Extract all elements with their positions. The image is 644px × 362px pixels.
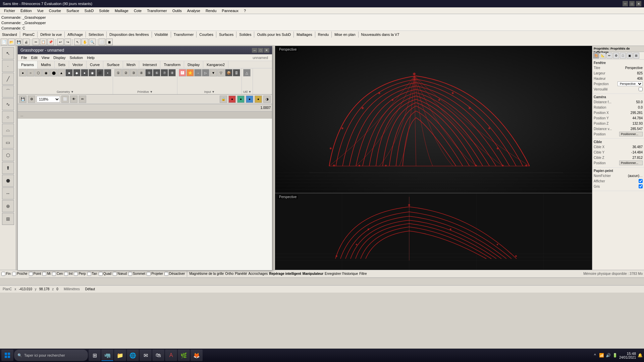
gh-tab-kangaroo[interactable]: Kangaroo2 xyxy=(203,61,228,68)
gh-menu-display[interactable]: Display xyxy=(51,54,67,61)
ribbon-icon-i1[interactable]: 🅿 xyxy=(179,69,186,76)
menu-item-analyse[interactable]: Analyse xyxy=(184,7,203,14)
toolbar-select[interactable]: ↖ xyxy=(74,39,81,45)
menu-item-cote[interactable]: Cote xyxy=(131,7,144,14)
snap-point-check[interactable] xyxy=(29,272,33,276)
coord-default[interactable]: Défaut xyxy=(85,287,95,291)
gh-tab-maths[interactable]: Maths xyxy=(38,61,55,68)
gh-menu-help[interactable]: Help xyxy=(85,54,97,61)
sidebar-dim[interactable]: ↔ xyxy=(2,187,14,199)
statusbar-filtre[interactable]: Filtre xyxy=(359,272,367,276)
menu-item-outils[interactable]: Outils xyxy=(170,7,184,14)
sidebar-circle[interactable]: ○ xyxy=(2,111,14,123)
gh-pencil-btn[interactable]: ✏ xyxy=(79,96,86,103)
gh-menu-edit[interactable]: Edit xyxy=(29,54,40,61)
tray-notification[interactable]: 🔔 xyxy=(637,353,643,358)
toolbar-save[interactable]: 💾 xyxy=(15,39,22,45)
taskbar-app-firefox[interactable]: 🦊 xyxy=(191,350,203,361)
snap-desactiver-check[interactable] xyxy=(164,272,168,276)
gh-tab-mesh[interactable]: Mesh xyxy=(123,61,139,68)
tray-volume[interactable]: 🔊 xyxy=(606,353,611,358)
ribbon-icon-g7[interactable]: ■ xyxy=(65,69,73,76)
gh-fit-btn[interactable]: ⬜ xyxy=(61,96,69,103)
ribbon-icon-g3[interactable]: ⬡ xyxy=(35,69,42,76)
statusbar-enregistrer[interactable]: Enregistrer l'historique xyxy=(325,272,358,276)
ribbon-icon-i3[interactable]: → xyxy=(194,69,202,76)
toolbar-pan[interactable]: ✋ xyxy=(82,39,88,45)
ribbon-icon-g1[interactable]: ● xyxy=(19,69,26,76)
sidebar-surface[interactable]: ⬡ xyxy=(2,149,14,161)
snap-noeud-check[interactable] xyxy=(113,272,117,276)
tray-up-arrow[interactable]: ^ xyxy=(592,353,598,358)
menu-item-maillage[interactable]: Maillage xyxy=(112,7,131,14)
toolbar-cut[interactable]: ✂ xyxy=(33,39,39,45)
toolbar-print[interactable]: 🖨 xyxy=(23,39,30,45)
props-icon-4[interactable]: ⚙ xyxy=(613,53,619,59)
props-gris-checkbox[interactable] xyxy=(639,184,643,188)
menu-item-courbe[interactable]: Courbe xyxy=(46,7,64,14)
statusbar-accrochages[interactable]: Accrochages xyxy=(248,272,268,276)
statusbar-ortho[interactable]: Ortho xyxy=(225,272,233,276)
menu-item-solide[interactable]: Solide xyxy=(96,7,112,14)
rhino-perspective-viewport[interactable]: Perspective xyxy=(275,46,597,193)
toolbar-copy[interactable]: 📋 xyxy=(40,39,47,45)
snap-perp-check[interactable] xyxy=(74,272,78,276)
sidebar-curve[interactable]: ∿ xyxy=(2,98,14,110)
props-icon-5[interactable]: □ xyxy=(620,53,626,59)
props-nomfichier-dots[interactable]: … xyxy=(639,174,643,178)
taskbar-app-mail[interactable]: ✉ xyxy=(140,350,152,361)
gh-red-btn[interactable]: ● xyxy=(228,96,236,103)
gh-menu-view[interactable]: View xyxy=(40,54,52,61)
snap-tan-check[interactable] xyxy=(87,272,91,276)
menu-item-?[interactable]: ? xyxy=(241,7,249,14)
gh-collapse-btn[interactable]: ... xyxy=(18,113,26,117)
gh-zoom-select[interactable]: 118% 100% 75% 50% xyxy=(37,96,60,103)
gh-tab-sets[interactable]: Sets xyxy=(55,61,69,68)
ribbon-icon-g2[interactable]: ○ xyxy=(27,69,34,76)
snap-sommet-check[interactable] xyxy=(128,272,132,276)
sidebar-point[interactable]: · xyxy=(2,60,14,72)
sidebar-grid[interactable]: ⊞ xyxy=(2,213,14,225)
ribbon-icon-p7[interactable]: ⑦ xyxy=(161,69,168,76)
sidebar-select[interactable]: ↖ xyxy=(2,47,14,59)
menu-item-édition[interactable]: Édition xyxy=(18,7,35,14)
rhino-ortho-viewport[interactable]: Perspective xyxy=(275,193,597,270)
taskbar-app-edge[interactable]: 🌐 xyxy=(127,350,139,361)
minimize-button[interactable]: ─ xyxy=(623,1,628,6)
snap-mi-check[interactable] xyxy=(42,272,46,276)
sidebar-extrude[interactable]: ⬆ xyxy=(2,162,14,174)
ribbon-icon-i4[interactable]: ▷ xyxy=(202,69,209,76)
gh-menu-solution[interactable]: Solution xyxy=(67,54,85,61)
gh-minimize[interactable]: ─ xyxy=(252,48,257,53)
close-button[interactable]: ✕ xyxy=(636,1,641,6)
props-icon-7[interactable]: ⊞ xyxy=(633,53,639,59)
menu-item-fichier[interactable]: Fichier xyxy=(1,7,18,14)
statusbar-reperage[interactable]: Repérage intelligent xyxy=(269,272,301,276)
gh-tab-display[interactable]: Display xyxy=(184,61,203,68)
gh-tab-curve[interactable]: Curve xyxy=(87,61,103,68)
statusbar-planarity[interactable]: Planéité xyxy=(235,272,247,276)
gh-blue-btn[interactable]: ● xyxy=(246,96,253,103)
menu-item-vue[interactable]: Vue xyxy=(35,7,46,14)
gh-yellow-btn[interactable]: ● xyxy=(255,96,262,103)
toolbar-redo[interactable]: ↪ xyxy=(64,39,71,45)
props-icon-6[interactable]: ▣ xyxy=(627,53,633,59)
snap-proche-check[interactable] xyxy=(12,272,16,276)
props-verrouille-checkbox[interactable] xyxy=(639,87,643,91)
gh-mode-btn[interactable]: ◑ xyxy=(263,96,271,103)
toolbar-zoom[interactable]: 🔍 xyxy=(89,39,96,45)
ribbon-icon-u1[interactable]: △ xyxy=(243,69,251,76)
ribbon-icon-g9[interactable]: ● xyxy=(81,69,88,76)
taskbar-app-autocad[interactable]: A xyxy=(165,350,177,361)
ribbon-icon-p4[interactable]: ④ xyxy=(138,69,145,76)
toolbar-undo[interactable]: ↩ xyxy=(57,39,64,45)
toolbar-wire[interactable]: ⬜ xyxy=(99,39,105,45)
props-cible-positionner-btn[interactable]: Positionner... xyxy=(619,161,643,165)
tray-network[interactable]: 📶 xyxy=(599,353,604,358)
gh-tab-surface[interactable]: Surface xyxy=(103,61,123,68)
sidebar-polyline[interactable]: ⌒ xyxy=(2,85,14,98)
gh-restore[interactable]: □ xyxy=(258,48,263,53)
ribbon-icon-p1[interactable]: ① xyxy=(114,69,122,76)
gh-close[interactable]: ✕ xyxy=(264,48,269,53)
props-icon-1[interactable]: 🎨 xyxy=(593,53,599,59)
